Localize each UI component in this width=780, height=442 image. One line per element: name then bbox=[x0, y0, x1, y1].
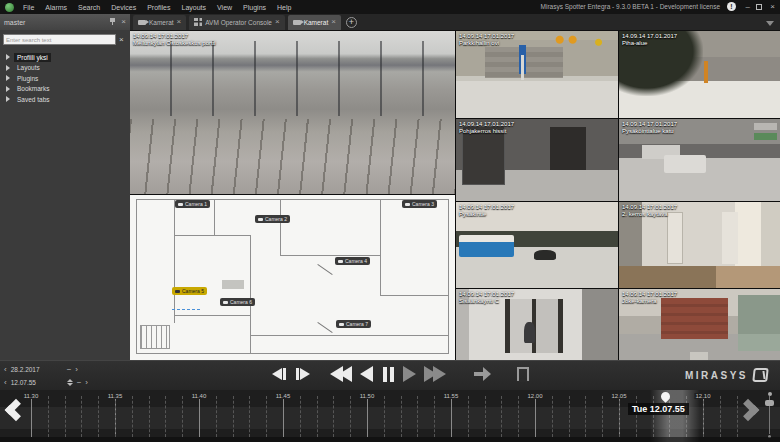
timeline-tick-label: 11.35 bbox=[107, 393, 124, 399]
sidebar-close-icon[interactable]: × bbox=[121, 18, 126, 26]
camera-tile[interactable]: 14.09.14 17.01.2017Joke-kamera bbox=[619, 289, 780, 360]
menu-item-alarms[interactable]: Alarms bbox=[45, 4, 67, 11]
tab-kamerat-2-active[interactable]: Kamerat × bbox=[288, 15, 341, 30]
timeline-zoom-slider[interactable] bbox=[764, 392, 776, 438]
timeline-minor-tick bbox=[98, 396, 99, 437]
date-next-icon[interactable]: › bbox=[75, 366, 78, 374]
tab-close-icon[interactable]: × bbox=[275, 18, 280, 26]
camera-icon bbox=[338, 260, 343, 263]
timeline-minor-tick bbox=[434, 396, 435, 437]
camera-tile[interactable]: 14.09.14 17.01.2017Pohjakerros hissit bbox=[456, 119, 618, 201]
license-info-icon[interactable]: ! bbox=[727, 2, 736, 11]
sidebar-panel: master × × Profiili yksi Layouts Plugins… bbox=[0, 14, 130, 360]
slider-thumb[interactable] bbox=[765, 400, 774, 406]
camera-tile[interactable]: 14.09.14 17.01.2017Sisäänkäynti C bbox=[456, 289, 618, 360]
timeline-minor-tick bbox=[149, 396, 150, 437]
floorplan-camera-tag[interactable]: Camera 2 bbox=[255, 215, 290, 223]
bar-icon bbox=[296, 368, 299, 380]
floorplan-camera-tag[interactable]: Camera 4 bbox=[335, 257, 370, 265]
menu-item-devices[interactable]: Devices bbox=[111, 4, 136, 11]
camera-tile[interactable]: 14.09.14 17.01.2017Piha-alue bbox=[619, 31, 780, 118]
camera-icon bbox=[178, 203, 183, 206]
app-logo-icon[interactable] bbox=[5, 3, 14, 12]
jump-forward-button[interactable] bbox=[474, 367, 491, 381]
camera-osd: 14.09.14 17.01.2017Parkkihallin ovi bbox=[459, 33, 514, 47]
menu-item-plugins[interactable]: Plugins bbox=[243, 4, 266, 11]
timeline-minor-tick bbox=[182, 396, 183, 437]
menu-item-file[interactable]: File bbox=[23, 4, 34, 11]
camera-tile-large[interactable]: 14.09.14 17.01.2017 Mellunkylän Ostoskes… bbox=[130, 31, 455, 194]
tab-overflow-icon[interactable] bbox=[766, 21, 774, 26]
sidebar-search: × bbox=[3, 34, 127, 45]
floorplan-stairs bbox=[140, 325, 170, 349]
time-spinner-icon[interactable] bbox=[67, 379, 73, 386]
menu-item-search[interactable]: Search bbox=[78, 4, 100, 11]
search-input[interactable] bbox=[3, 34, 116, 45]
floorplan-camera-tag[interactable]: Camera 3 bbox=[402, 200, 437, 208]
minimize-button[interactable]: – bbox=[746, 2, 750, 11]
camera-tag-label: Camera 2 bbox=[265, 216, 287, 222]
camera-timestamp: 14.09.14 17.01.2017 bbox=[622, 33, 677, 40]
menu-item-view[interactable]: View bbox=[217, 4, 232, 11]
pause-button[interactable] bbox=[381, 367, 395, 382]
sidebar-item-bookmarks[interactable]: Bookmarks bbox=[0, 84, 130, 95]
search-clear-icon[interactable]: × bbox=[119, 35, 124, 44]
rewind-button[interactable] bbox=[330, 366, 352, 382]
timeline-minor-tick bbox=[165, 396, 166, 437]
chevron-right-icon bbox=[6, 65, 10, 71]
camera-timestamp: 14.09.14 17.01.2017 bbox=[459, 204, 514, 211]
timeline-minor-tick bbox=[619, 396, 620, 437]
date-prev-icon[interactable]: ‹ bbox=[4, 366, 7, 374]
menu-item-profiles[interactable]: Profiles bbox=[147, 4, 170, 11]
camera-osd: 14.09.14 17.01.2017Pysäkintie bbox=[459, 204, 514, 218]
play-backward-button[interactable] bbox=[360, 366, 373, 382]
camera-osd: 14.09.14 17.01.2017Pysäköintialue katu bbox=[622, 121, 677, 135]
pin-icon[interactable] bbox=[109, 18, 116, 26]
camera-tile[interactable]: 14.09.14 17.01.2017Pysäkintie bbox=[456, 202, 618, 288]
camera-tile[interactable]: 14.09.14 17.01.20172. kerros käytävä bbox=[619, 202, 780, 288]
tab-close-icon[interactable]: × bbox=[331, 18, 336, 26]
date-value[interactable]: 28.2.2017 bbox=[11, 366, 63, 373]
chevron-right-icon bbox=[6, 75, 10, 81]
floorplan-camera-tag[interactable]: Camera 7 bbox=[336, 320, 371, 328]
maximize-button[interactable] bbox=[756, 4, 762, 10]
new-tab-button[interactable]: + bbox=[346, 17, 357, 28]
sidebar-item-label: Profiili yksi bbox=[14, 53, 51, 62]
time-minus-icon[interactable]: − bbox=[77, 378, 82, 387]
tab-close-icon[interactable]: × bbox=[177, 18, 182, 26]
bar-icon bbox=[383, 367, 387, 382]
menu-item-help[interactable]: Help bbox=[277, 4, 291, 11]
close-button[interactable]: × bbox=[770, 2, 775, 11]
tab-kamerat-1[interactable]: Kamerat × bbox=[133, 15, 186, 30]
triangle-left-icon bbox=[339, 366, 352, 382]
time-next-icon[interactable]: › bbox=[85, 379, 88, 387]
floorplan-camera-tag[interactable]: Camera 1 bbox=[175, 200, 210, 208]
step-backward-button[interactable] bbox=[272, 368, 287, 380]
timeline[interactable]: 11.3011.3511.4011.4511.5011.5512.0012.05… bbox=[0, 390, 780, 442]
floorplan-leader-line bbox=[317, 264, 332, 275]
fast-forward-button[interactable] bbox=[424, 366, 446, 382]
camera-timestamp: 14.09.14 17.01.2017 bbox=[459, 121, 514, 128]
time-value[interactable]: 12.07.55 bbox=[11, 379, 63, 386]
date-minus-icon[interactable]: − bbox=[67, 365, 72, 374]
time-prev-icon[interactable]: ‹ bbox=[4, 379, 7, 387]
sidebar-item-profile[interactable]: Profiili yksi bbox=[0, 52, 130, 63]
camera-tile[interactable]: 14.09.14 17.01.2017Pysäköintialue katu bbox=[619, 119, 780, 201]
sidebar-item-plugins[interactable]: Plugins bbox=[0, 73, 130, 84]
floorplan-camera-tag[interactable]: Camera 6 bbox=[220, 298, 255, 306]
camera-tile[interactable]: 14.09.14 17.01.2017Parkkihallin ovi bbox=[456, 31, 618, 118]
title-menu-bar: File Alarms Search Devices Profiles Layo… bbox=[0, 0, 780, 14]
camera-osd: 14.09.14 17.01.2017Joke-kamera bbox=[622, 291, 677, 305]
floorplan-wall bbox=[174, 315, 250, 316]
sidebar-item-saved-tabs[interactable]: Saved tabs bbox=[0, 94, 130, 105]
step-forward-button[interactable] bbox=[295, 368, 310, 380]
menu-item-layouts[interactable]: Layouts bbox=[182, 4, 207, 11]
sidebar-item-layouts[interactable]: Layouts bbox=[0, 63, 130, 74]
tab-avm-operator-console[interactable]: AVM Operator Console × bbox=[189, 15, 284, 30]
floorplan-tile[interactable]: Camera 1 Camera 2 Camera 3 Camera 4 Came… bbox=[130, 195, 455, 360]
floorplan-camera-tag-highlighted[interactable]: Camera 5 bbox=[172, 287, 207, 295]
play-button[interactable] bbox=[403, 366, 416, 382]
camera-osd: 14.09.14 17.01.2017Pohjakerros hissit bbox=[459, 121, 514, 135]
timeline-tick-label: 12.00 bbox=[526, 393, 543, 399]
bookmark-button[interactable] bbox=[517, 367, 529, 381]
